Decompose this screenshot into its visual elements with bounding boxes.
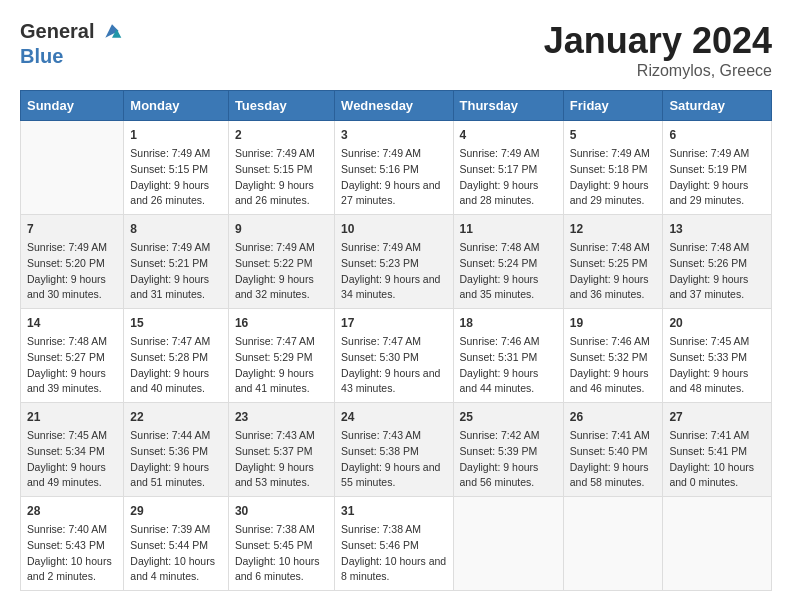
sunset-text: Sunset: 5:45 PM: [235, 538, 328, 554]
day-number: 29: [130, 502, 222, 520]
day-number: 31: [341, 502, 446, 520]
sunset-text: Sunset: 5:26 PM: [669, 256, 765, 272]
calendar-cell: 19Sunrise: 7:46 AMSunset: 5:32 PMDayligh…: [563, 309, 663, 403]
page-header: General Blue January 2024 Rizomylos, Gre…: [20, 20, 772, 80]
daylight-text: Daylight: 9 hours and 34 minutes.: [341, 272, 446, 304]
calendar-cell: 4Sunrise: 7:49 AMSunset: 5:17 PMDaylight…: [453, 121, 563, 215]
calendar-cell: 31Sunrise: 7:38 AMSunset: 5:46 PMDayligh…: [335, 497, 453, 591]
day-number: 3: [341, 126, 446, 144]
daylight-text: Daylight: 9 hours and 39 minutes.: [27, 366, 117, 398]
day-number: 7: [27, 220, 117, 238]
calendar-cell: 20Sunrise: 7:45 AMSunset: 5:33 PMDayligh…: [663, 309, 772, 403]
header-day-tuesday: Tuesday: [228, 91, 334, 121]
calendar-cell: 8Sunrise: 7:49 AMSunset: 5:21 PMDaylight…: [124, 215, 229, 309]
calendar-cell: 18Sunrise: 7:46 AMSunset: 5:31 PMDayligh…: [453, 309, 563, 403]
day-number: 26: [570, 408, 657, 426]
sunrise-text: Sunrise: 7:49 AM: [570, 146, 657, 162]
title-area: January 2024 Rizomylos, Greece: [544, 20, 772, 80]
calendar-cell: 9Sunrise: 7:49 AMSunset: 5:22 PMDaylight…: [228, 215, 334, 309]
sunrise-text: Sunrise: 7:49 AM: [130, 146, 222, 162]
calendar-cell: 3Sunrise: 7:49 AMSunset: 5:16 PMDaylight…: [335, 121, 453, 215]
daylight-text: Daylight: 9 hours and 56 minutes.: [460, 460, 557, 492]
sunrise-text: Sunrise: 7:43 AM: [341, 428, 446, 444]
daylight-text: Daylight: 9 hours and 27 minutes.: [341, 178, 446, 210]
calendar-cell: 25Sunrise: 7:42 AMSunset: 5:39 PMDayligh…: [453, 403, 563, 497]
daylight-text: Daylight: 9 hours and 30 minutes.: [27, 272, 117, 304]
day-number: 9: [235, 220, 328, 238]
sunrise-text: Sunrise: 7:45 AM: [669, 334, 765, 350]
day-number: 5: [570, 126, 657, 144]
sunrise-text: Sunrise: 7:49 AM: [341, 146, 446, 162]
sunrise-text: Sunrise: 7:40 AM: [27, 522, 117, 538]
daylight-text: Daylight: 9 hours and 29 minutes.: [669, 178, 765, 210]
calendar-cell: 1Sunrise: 7:49 AMSunset: 5:15 PMDaylight…: [124, 121, 229, 215]
subtitle: Rizomylos, Greece: [544, 62, 772, 80]
calendar-cell: [453, 497, 563, 591]
daylight-text: Daylight: 9 hours and 40 minutes.: [130, 366, 222, 398]
sunrise-text: Sunrise: 7:38 AM: [341, 522, 446, 538]
sunrise-text: Sunrise: 7:38 AM: [235, 522, 328, 538]
sunset-text: Sunset: 5:44 PM: [130, 538, 222, 554]
sunset-text: Sunset: 5:27 PM: [27, 350, 117, 366]
sunset-text: Sunset: 5:31 PM: [460, 350, 557, 366]
day-number: 8: [130, 220, 222, 238]
logo: General Blue: [20, 20, 122, 67]
calendar-cell: 17Sunrise: 7:47 AMSunset: 5:30 PMDayligh…: [335, 309, 453, 403]
sunset-text: Sunset: 5:36 PM: [130, 444, 222, 460]
daylight-text: Daylight: 10 hours and 2 minutes.: [27, 554, 117, 586]
day-number: 25: [460, 408, 557, 426]
day-number: 15: [130, 314, 222, 332]
daylight-text: Daylight: 9 hours and 31 minutes.: [130, 272, 222, 304]
sunrise-text: Sunrise: 7:47 AM: [235, 334, 328, 350]
sunset-text: Sunset: 5:17 PM: [460, 162, 557, 178]
daylight-text: Daylight: 9 hours and 48 minutes.: [669, 366, 765, 398]
sunrise-text: Sunrise: 7:47 AM: [341, 334, 446, 350]
calendar-cell: 21Sunrise: 7:45 AMSunset: 5:34 PMDayligh…: [21, 403, 124, 497]
calendar-cell: 24Sunrise: 7:43 AMSunset: 5:38 PMDayligh…: [335, 403, 453, 497]
calendar-cell: 6Sunrise: 7:49 AMSunset: 5:19 PMDaylight…: [663, 121, 772, 215]
day-number: 2: [235, 126, 328, 144]
sunrise-text: Sunrise: 7:49 AM: [669, 146, 765, 162]
calendar-cell: [563, 497, 663, 591]
daylight-text: Daylight: 9 hours and 37 minutes.: [669, 272, 765, 304]
sunrise-text: Sunrise: 7:49 AM: [235, 240, 328, 256]
header-day-thursday: Thursday: [453, 91, 563, 121]
sunrise-text: Sunrise: 7:43 AM: [235, 428, 328, 444]
sunset-text: Sunset: 5:16 PM: [341, 162, 446, 178]
sunset-text: Sunset: 5:28 PM: [130, 350, 222, 366]
daylight-text: Daylight: 9 hours and 26 minutes.: [130, 178, 222, 210]
calendar-header-row: SundayMondayTuesdayWednesdayThursdayFrid…: [21, 91, 772, 121]
sunrise-text: Sunrise: 7:46 AM: [570, 334, 657, 350]
day-number: 12: [570, 220, 657, 238]
day-number: 19: [570, 314, 657, 332]
sunrise-text: Sunrise: 7:41 AM: [669, 428, 765, 444]
sunrise-text: Sunrise: 7:48 AM: [27, 334, 117, 350]
sunrise-text: Sunrise: 7:48 AM: [460, 240, 557, 256]
sunset-text: Sunset: 5:33 PM: [669, 350, 765, 366]
day-number: 10: [341, 220, 446, 238]
day-number: 21: [27, 408, 117, 426]
sunrise-text: Sunrise: 7:44 AM: [130, 428, 222, 444]
sunset-text: Sunset: 5:19 PM: [669, 162, 765, 178]
daylight-text: Daylight: 9 hours and 46 minutes.: [570, 366, 657, 398]
sunset-text: Sunset: 5:46 PM: [341, 538, 446, 554]
calendar-cell: 22Sunrise: 7:44 AMSunset: 5:36 PMDayligh…: [124, 403, 229, 497]
calendar-week-row: 28Sunrise: 7:40 AMSunset: 5:43 PMDayligh…: [21, 497, 772, 591]
sunset-text: Sunset: 5:20 PM: [27, 256, 117, 272]
daylight-text: Daylight: 9 hours and 36 minutes.: [570, 272, 657, 304]
calendar-cell: 7Sunrise: 7:49 AMSunset: 5:20 PMDaylight…: [21, 215, 124, 309]
calendar-week-row: 1Sunrise: 7:49 AMSunset: 5:15 PMDaylight…: [21, 121, 772, 215]
sunrise-text: Sunrise: 7:47 AM: [130, 334, 222, 350]
header-day-wednesday: Wednesday: [335, 91, 453, 121]
calendar-cell: 11Sunrise: 7:48 AMSunset: 5:24 PMDayligh…: [453, 215, 563, 309]
sunset-text: Sunset: 5:37 PM: [235, 444, 328, 460]
day-number: 22: [130, 408, 222, 426]
sunset-text: Sunset: 5:40 PM: [570, 444, 657, 460]
calendar-cell: 28Sunrise: 7:40 AMSunset: 5:43 PMDayligh…: [21, 497, 124, 591]
sunset-text: Sunset: 5:41 PM: [669, 444, 765, 460]
calendar-cell: 2Sunrise: 7:49 AMSunset: 5:15 PMDaylight…: [228, 121, 334, 215]
calendar-week-row: 14Sunrise: 7:48 AMSunset: 5:27 PMDayligh…: [21, 309, 772, 403]
calendar-cell: [21, 121, 124, 215]
calendar-table: SundayMondayTuesdayWednesdayThursdayFrid…: [20, 90, 772, 591]
day-number: 20: [669, 314, 765, 332]
